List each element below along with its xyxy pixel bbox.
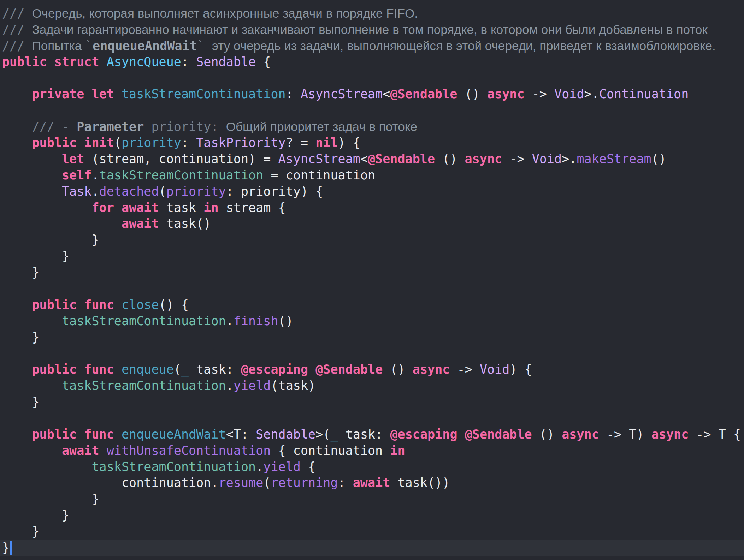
code-token: [457, 427, 465, 441]
code-token: AsyncStream: [301, 87, 383, 101]
code-line[interactable]: [0, 410, 744, 427]
code-line[interactable]: taskStreamContinuation.yield(task): [0, 378, 744, 394]
code-token: }: [2, 492, 99, 506]
code-token: await: [122, 216, 159, 231]
code-token: ///: [2, 39, 32, 53]
code-token: [2, 314, 62, 328]
code-token: private let: [32, 87, 114, 101]
code-line[interactable]: Task.detached(priority: priority) {: [0, 184, 744, 200]
code-token: }: [2, 524, 40, 538]
code-line[interactable]: [0, 281, 744, 297]
code-token: [2, 460, 91, 474]
code-line[interactable]: self.taskStreamContinuation = continuati…: [0, 167, 744, 184]
code-token: task:: [189, 362, 241, 376]
code-token: :: [286, 87, 301, 101]
code-line[interactable]: await task(): [0, 216, 744, 232]
code-token: enqueue: [122, 362, 174, 376]
code-token: yield: [234, 379, 271, 393]
code-line[interactable]: public func close() {: [0, 297, 744, 313]
code-line[interactable]: public func enqueue(_ task: @escaping @S…: [0, 362, 744, 378]
code-token: Task: [62, 184, 92, 198]
code-token: task:: [338, 427, 390, 441]
code-token: () {: [159, 298, 189, 312]
code-line[interactable]: [0, 70, 744, 87]
code-editor[interactable]: /// Очередь, которая выполняет асинхронн…: [0, 0, 744, 560]
code-line[interactable]: await withUnsafeContinuation { continuat…: [0, 443, 744, 459]
code-token: [114, 427, 122, 441]
code-token: (): [532, 427, 562, 441]
code-token: TaskPriority: [196, 136, 285, 150]
code-token: Sendable: [256, 427, 315, 441]
code-line[interactable]: }: [0, 524, 744, 540]
code-line[interactable]: }: [0, 507, 744, 524]
code-token: (): [435, 152, 465, 166]
code-token: taskStreamContinuation: [91, 460, 256, 474]
code-token: Задачи гарантированно начинают и заканчи…: [32, 23, 708, 36]
code-token: [2, 87, 32, 101]
code-token: await: [353, 476, 390, 490]
code-line[interactable]: /// Задачи гарантированно начинают и зак…: [0, 22, 744, 38]
code-line[interactable]: }: [0, 264, 744, 281]
code-token: :: [181, 55, 196, 69]
code-token: }: [2, 330, 40, 344]
code-token: priority:: [144, 120, 226, 134]
code-token: [99, 55, 107, 69]
code-line-current[interactable]: }: [0, 540, 744, 556]
code-token: (: [174, 362, 181, 376]
code-token: task()): [390, 476, 450, 490]
code-token: taskStreamContinuation: [62, 314, 226, 328]
code-token: Continuation: [599, 87, 689, 101]
code-token: .: [226, 314, 234, 328]
code-line[interactable]: for await task in stream {: [0, 200, 744, 216]
code-token: let: [62, 152, 84, 166]
code-token: priority: [166, 184, 226, 198]
code-token: ->: [502, 152, 532, 166]
code-line[interactable]: }: [0, 394, 744, 410]
code-token: {: [256, 55, 271, 69]
code-token: Попытка: [32, 39, 85, 53]
code-token: in: [390, 443, 405, 458]
code-token: async: [487, 87, 525, 101]
code-token: task: [159, 201, 204, 215]
code-token: .: [91, 168, 99, 182]
code-line[interactable]: public func enqueueAndWait<T: Sendable>(…: [0, 427, 744, 443]
code-token: [114, 298, 122, 312]
code-token: (): [278, 314, 293, 328]
code-token: returning: [271, 476, 338, 490]
code-line[interactable]: }: [0, 248, 744, 264]
code-line[interactable]: }: [0, 232, 744, 248]
code-token: ) {: [509, 362, 532, 376]
code-token: Void: [532, 152, 562, 166]
code-line[interactable]: }: [0, 329, 744, 346]
code-token: (: [263, 476, 271, 490]
code-token: enqueueAndWait: [93, 39, 197, 53]
code-line[interactable]: /// Очередь, которая выполняет асинхронн…: [0, 5, 744, 22]
code-token: }: [2, 265, 40, 279]
code-line[interactable]: taskStreamContinuation.yield {: [0, 459, 744, 475]
code-token: }: [2, 395, 40, 409]
code-token: public struct: [2, 55, 99, 69]
code-line[interactable]: }: [0, 491, 744, 507]
code-token: taskStreamContinuation: [62, 379, 226, 393]
code-line[interactable]: public struct AsyncQueue: Sendable {: [0, 54, 744, 70]
code-token: [308, 362, 315, 376]
code-token: /// -: [32, 120, 77, 134]
code-line[interactable]: public init(priority: TaskPriority? = ni…: [0, 135, 744, 151]
code-line[interactable]: let (stream, continuation) = AsyncStream…: [0, 151, 744, 167]
code-token: taskStreamContinuation: [122, 87, 286, 101]
code-line[interactable]: /// Попытка `enqueueAndWait` эту очередь…: [0, 38, 744, 54]
code-token: async: [465, 152, 502, 166]
code-line[interactable]: private let taskStreamContinuation: Asyn…: [0, 86, 744, 102]
code-line[interactable]: /// - Parameter priority: Общий приорите…: [0, 119, 744, 135]
code-token: makeStream: [577, 152, 651, 166]
code-token: @Sendable: [315, 362, 383, 376]
code-token: ///: [2, 23, 32, 37]
code-line[interactable]: [0, 345, 744, 362]
code-token: @Sendable: [390, 87, 457, 101]
code-line[interactable]: [0, 102, 744, 119]
code-token: }: [2, 541, 10, 555]
code-token: nil: [315, 136, 338, 150]
code-token: [2, 443, 62, 458]
code-line[interactable]: taskStreamContinuation.finish(): [0, 313, 744, 329]
code-line[interactable]: continuation.resume(returning: await tas…: [0, 475, 744, 491]
